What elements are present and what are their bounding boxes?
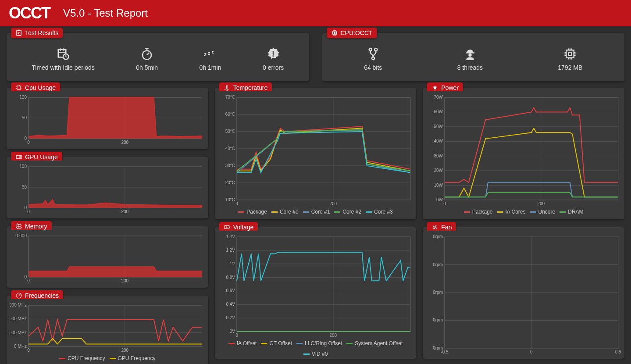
stat-mb: 1792 MB xyxy=(558,47,582,71)
cpu-icon xyxy=(331,29,338,36)
chart-cpu-usage: Cpu Usage 0501000200 xyxy=(7,88,208,149)
svg-text:200: 200 xyxy=(121,209,128,214)
gauge-icon xyxy=(15,292,22,299)
svg-text:2000 MHz: 2000 MHz xyxy=(10,330,27,335)
svg-text:200: 200 xyxy=(121,140,128,145)
svg-text:0: 0 xyxy=(27,278,30,283)
svg-text:0V: 0V xyxy=(229,329,235,334)
svg-text:0W: 0W xyxy=(436,197,443,202)
svg-text:40°C: 40°C xyxy=(225,146,235,151)
svg-text:0: 0 xyxy=(235,201,238,206)
plug-icon xyxy=(431,84,438,91)
stat-duration: 0h 5min xyxy=(136,47,158,71)
svg-text:0: 0 xyxy=(530,350,533,354)
svg-text:0: 0 xyxy=(24,136,27,141)
summary-row: Test Results Timed with Idle periods 0h … xyxy=(7,33,624,81)
svg-text:-0.5: -0.5 xyxy=(441,350,449,354)
svg-text:70°C: 70°C xyxy=(225,95,235,100)
legend-item: System Agent Offset xyxy=(346,340,403,346)
svg-text:10W: 10W xyxy=(434,183,443,188)
svg-rect-16 xyxy=(567,50,574,58)
sleep-icon: zzz xyxy=(204,47,217,61)
panel-test-results: Test Results Timed with Idle periods 0h … xyxy=(7,33,309,81)
panel-cpu-occt: CPU:OCCT 64 bits 8 threads 1792 MB xyxy=(322,33,625,81)
svg-text:20W: 20W xyxy=(434,168,443,173)
svg-rect-89 xyxy=(237,237,410,332)
svg-rect-0 xyxy=(17,30,21,36)
svg-point-13 xyxy=(372,57,374,60)
legend-temperature: PackageCore #0Core #1Core #2Core #3 xyxy=(218,209,413,215)
svg-text:200: 200 xyxy=(121,348,128,353)
chip-icon xyxy=(563,47,577,61)
svg-text:0: 0 xyxy=(27,348,30,353)
worker-icon xyxy=(463,47,477,61)
legend-item: CPU Frequency xyxy=(59,355,105,361)
svg-rect-17 xyxy=(569,52,572,56)
svg-text:100: 100 xyxy=(19,95,27,100)
legend-item: DRAM xyxy=(560,209,583,215)
svg-text:0rpm: 0rpm xyxy=(433,318,443,322)
svg-text:z: z xyxy=(208,50,210,56)
svg-point-67 xyxy=(226,89,228,90)
svg-rect-88 xyxy=(229,227,229,228)
chart-power: Power 0W10W20W30W40W50W60W70W0200 Packag… xyxy=(423,88,624,219)
page-title: V5.0 - Test Report xyxy=(63,7,148,19)
svg-text:50W: 50W xyxy=(434,124,443,129)
svg-text:50: 50 xyxy=(22,115,27,120)
stat-timed: Timed with Idle periods xyxy=(32,47,94,71)
svg-rect-10 xyxy=(334,32,335,34)
tag-cpu-occt: CPU:OCCT xyxy=(327,28,377,38)
stat-bits: 64 bits xyxy=(364,47,382,71)
svg-text:50°C: 50°C xyxy=(225,129,235,134)
svg-rect-18 xyxy=(17,86,21,89)
svg-text:50: 50 xyxy=(22,185,27,189)
svg-text:1V: 1V xyxy=(229,261,235,266)
svg-text:60W: 60W xyxy=(434,109,443,114)
legend-voltage: IA OffsetGT OffsetLLC/Ring OffsetSystem … xyxy=(218,340,413,357)
svg-text:10°C: 10°C xyxy=(225,197,235,202)
stat-idle: zzz 0h 1min xyxy=(200,47,221,71)
svg-point-131 xyxy=(435,227,436,228)
legend-frequencies: CPU FrequencyGPU Frequency xyxy=(10,355,205,361)
svg-rect-14 xyxy=(466,52,474,54)
svg-text:0: 0 xyxy=(444,201,446,206)
svg-text:200: 200 xyxy=(538,201,545,206)
legend-item: VID #0 xyxy=(303,351,328,357)
chart-voltage: Voltage 0V0,2V0,4V0,6V0,8V1V1,2V1,4V0200… xyxy=(215,227,417,359)
battery-bolt-icon xyxy=(224,224,231,231)
svg-text:200: 200 xyxy=(329,333,337,338)
chart-fan: Fan 0rpm0rpm0rpm0rpm0rpm-0.500.5 xyxy=(423,227,624,359)
svg-text:0: 0 xyxy=(24,205,27,210)
svg-text:200: 200 xyxy=(329,201,337,206)
svg-text:0: 0 xyxy=(235,333,238,338)
app-logo: OCCT xyxy=(9,4,50,22)
svg-rect-110 xyxy=(445,97,618,200)
svg-text:!: ! xyxy=(272,50,275,58)
legend-item: Package xyxy=(464,209,493,215)
svg-text:70W: 70W xyxy=(434,95,443,100)
app-header: OCCT V5.0 - Test Report xyxy=(0,0,631,26)
gpu-icon xyxy=(15,153,22,161)
chart-temperature: Temperature 10°C20°C30°C40°C50°C60°C70°C… xyxy=(215,88,417,219)
legend-item: Core #0 xyxy=(271,209,299,215)
chart-frequencies: Frequencies 0 MHz2000 MHz4000 MHz6000 MH… xyxy=(7,296,208,364)
svg-text:6000 MHz: 6000 MHz xyxy=(10,303,27,307)
stat-threads: 8 threads xyxy=(457,47,483,71)
svg-text:10000: 10000 xyxy=(14,233,27,238)
svg-text:0rpm: 0rpm xyxy=(433,234,443,239)
fork-icon xyxy=(367,47,380,61)
memory-icon xyxy=(15,223,22,230)
svg-text:1,4V: 1,4V xyxy=(226,234,235,239)
stopwatch-icon xyxy=(140,47,153,61)
svg-rect-1 xyxy=(18,30,20,31)
svg-text:0.5: 0.5 xyxy=(615,350,621,354)
svg-text:0rpm: 0rpm xyxy=(433,262,443,267)
svg-text:40W: 40W xyxy=(434,139,443,143)
svg-text:0: 0 xyxy=(27,209,30,214)
legend-item: Core #3 xyxy=(366,209,393,215)
legend-power: PackageIA CoresUncoreDRAM xyxy=(426,209,621,215)
legend-item: Core #1 xyxy=(303,209,330,215)
chart-gpu-usage: GPU Usage 0501000200 xyxy=(7,157,208,218)
svg-text:20°C: 20°C xyxy=(225,180,235,185)
fan-icon xyxy=(431,224,438,231)
